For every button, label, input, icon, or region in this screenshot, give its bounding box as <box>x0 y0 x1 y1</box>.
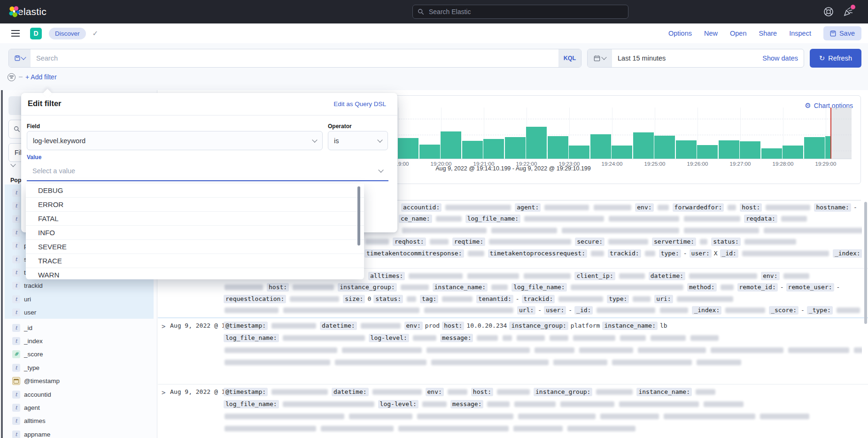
date-field-type-icon <box>12 377 20 385</box>
field-value: 10.0.20.234 <box>466 322 507 329</box>
show-dates-link[interactable]: Show dates <box>762 54 798 62</box>
t-field-type-icon: t <box>12 364 20 372</box>
help-icon[interactable] <box>823 6 834 17</box>
app-badge[interactable]: D <box>30 28 42 39</box>
refresh-button[interactable]: ↻ Refresh <box>810 49 861 68</box>
redacted-value <box>445 205 511 210</box>
dropdown-option-fatal[interactable]: FATAL <box>26 212 364 226</box>
field-select[interactable]: log-level.keyword <box>27 131 323 150</box>
redacted-value <box>417 414 513 419</box>
elastic-logo-icon[interactable] <box>8 5 21 18</box>
dropdown-option-severe[interactable]: SEVERE <box>26 240 364 254</box>
inspect-link[interactable]: Inspect <box>789 30 811 37</box>
query-bar: KQL Last 15 minutes Show dates ↻ Refresh… <box>0 43 868 91</box>
sidebar-field-item[interactable]: tuser <box>3 306 157 319</box>
dropdown-option-trace[interactable]: TRACE <box>26 254 364 268</box>
field-badge: hostname: <box>814 203 851 212</box>
redacted-value <box>372 389 422 395</box>
saved-query-icon <box>15 55 20 61</box>
sidebar-field-item[interactable]: ttrackid <box>3 279 157 292</box>
document-line: log_file_name:log-level:message: <box>222 331 862 344</box>
operator-select[interactable]: is <box>328 131 388 150</box>
popular-fields-heading: Pop <box>10 177 22 184</box>
sidebar-field-item[interactable]: taccountid <box>3 388 157 401</box>
redacted-value <box>553 360 607 365</box>
options-link[interactable]: Options <box>668 30 692 37</box>
menu-icon[interactable] <box>11 30 20 37</box>
dropdown-option-warn[interactable]: WARN <box>26 268 364 279</box>
field-label: Field <box>27 123 40 130</box>
checkmark-icon[interactable]: ✓ <box>93 29 99 38</box>
sidebar-field-item[interactable]: talltimes <box>3 415 157 428</box>
edit-as-query-dsl-link[interactable]: Edit as Query DSL <box>333 100 386 108</box>
redacted-value <box>658 205 669 210</box>
collapse-section-icon[interactable] <box>10 161 16 167</box>
redacted-value <box>225 360 330 365</box>
sidebar-field-item[interactable]: tagent <box>3 401 157 414</box>
sidebar-field-item[interactable]: tappname <box>3 428 157 438</box>
redacted-value <box>567 426 636 431</box>
t-field-type-icon: t <box>12 430 20 438</box>
t-field-type-icon: t <box>12 202 20 210</box>
dropdown-option-error[interactable]: ERROR <box>26 198 364 212</box>
field-value: lb <box>660 322 667 329</box>
expand-row-icon[interactable]: > <box>162 323 165 330</box>
sidebar-field-item[interactable]: #_score <box>3 348 157 361</box>
redacted-value <box>660 307 688 313</box>
field-badge: ce_name: <box>399 215 432 223</box>
global-search[interactable] <box>412 5 628 19</box>
sidebar-field-item[interactable]: t_type <box>3 361 157 374</box>
filter-options-icon[interactable] <box>8 73 16 81</box>
sidebar-field-item[interactable]: turi <box>3 292 157 306</box>
redacted-value <box>361 323 401 329</box>
value-combobox[interactable] <box>27 161 388 181</box>
expand-row-icon[interactable]: > <box>162 389 165 396</box>
document-line: log_file_name:log-level:message: <box>222 398 862 410</box>
sidebar-field-item[interactable]: t_id <box>3 321 157 334</box>
redacted-value <box>321 426 394 431</box>
field-badge: method: <box>687 283 717 292</box>
add-filter-link[interactable]: + Add filter <box>25 73 57 81</box>
field-value: platform <box>571 322 600 329</box>
num-field-type-icon: # <box>12 350 20 358</box>
redacted-value <box>704 401 744 407</box>
value-label: Value <box>27 154 41 161</box>
redacted-value <box>619 401 699 407</box>
news-icon[interactable] <box>843 6 854 17</box>
date-quick-menu-button[interactable] <box>588 49 612 67</box>
open-link[interactable]: Open <box>730 30 746 37</box>
save-button[interactable]: Save <box>823 26 861 40</box>
redacted-value <box>638 347 706 353</box>
redacted-value <box>560 401 614 407</box>
popup-header: Edit filter Edit as Query DSL <box>21 93 397 115</box>
time-range-value[interactable]: Last 15 minutes <box>618 54 762 62</box>
field-badge: accountid: <box>401 203 442 212</box>
field-value: 0 <box>367 295 371 302</box>
date-picker: Last 15 minutes Show dates <box>587 49 804 68</box>
field-badge: _index: <box>692 306 721 315</box>
sidebar-field-item[interactable]: t_index <box>3 334 157 347</box>
redacted-value <box>271 389 328 395</box>
dropdown-option-info[interactable]: INFO <box>26 226 364 240</box>
kql-search-input[interactable] <box>31 54 558 62</box>
redacted-value <box>597 307 655 313</box>
dropdown-option-debug[interactable]: DEBUG <box>26 184 364 198</box>
calendar-icon <box>594 55 600 61</box>
field-badge: instance_name: <box>636 388 692 396</box>
search-icon <box>14 126 20 132</box>
dropdown-scrollbar[interactable] <box>357 186 360 246</box>
breadcrumb[interactable]: Discover <box>49 28 86 39</box>
value-options-dropdown: DEBUGERRORFATALINFOSEVERETRACEWARN <box>26 184 364 279</box>
saved-query-menu-button[interactable] <box>9 49 31 67</box>
field-label: _id <box>24 324 32 331</box>
field-badge: reqtime: <box>452 238 486 246</box>
value-input[interactable] <box>27 167 367 175</box>
field-badge: log_file_name: <box>224 400 279 408</box>
share-link[interactable]: Share <box>759 30 777 37</box>
sidebar-field-item[interactable]: @timestamp <box>3 375 157 388</box>
query-language-button[interactable]: KQL <box>558 49 581 67</box>
redacted-value <box>550 335 568 341</box>
global-search-input[interactable] <box>428 8 608 16</box>
new-link[interactable]: New <box>704 30 718 37</box>
t-field-type-icon: t <box>12 324 20 332</box>
